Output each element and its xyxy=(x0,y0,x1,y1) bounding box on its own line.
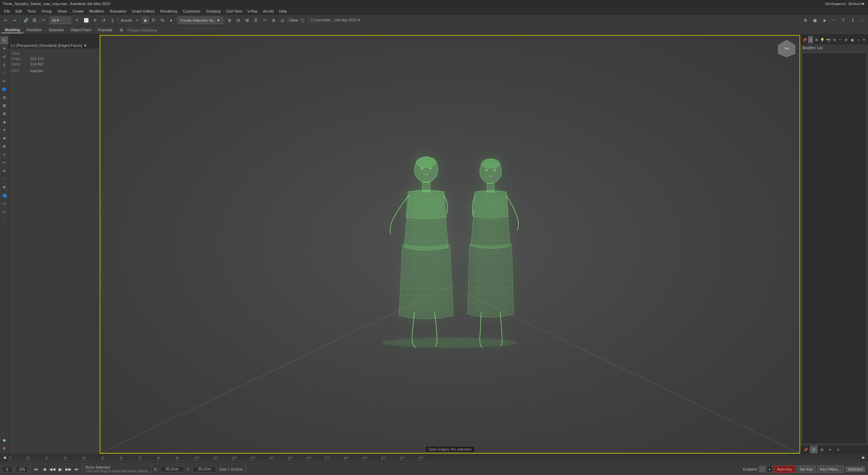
menu-tools[interactable]: Tools xyxy=(25,7,39,15)
create-selection-button[interactable]: Create Selection Se... ▼ xyxy=(178,17,223,24)
tool-1[interactable]: ⊞ xyxy=(225,16,234,25)
view-dropdown-btn[interactable]: View xyxy=(289,16,298,25)
close-button[interactable]: ✕ xyxy=(856,0,868,7)
tool-3[interactable]: ⊠ xyxy=(243,16,252,25)
lt-scale[interactable]: ⟠ xyxy=(1,61,8,69)
menu-modifiers[interactable]: Modifiers xyxy=(86,7,107,15)
next-frame-button[interactable]: ▶▶ xyxy=(65,466,72,473)
lt-select[interactable]: ↖ xyxy=(1,37,8,44)
helper-icon[interactable]: ⊕ xyxy=(832,36,837,43)
tool-7[interactable]: ◎ xyxy=(278,16,287,25)
menu-scripting[interactable]: Scripting xyxy=(203,7,223,15)
light-icon[interactable]: 💡 xyxy=(820,36,825,43)
arnold-icon-1[interactable]: ◆ xyxy=(142,17,149,24)
viewport-3d[interactable]: Top xyxy=(100,35,800,454)
menu-arnold[interactable]: Arnold xyxy=(260,7,277,15)
hierarchy-icon[interactable]: ☰ xyxy=(808,36,813,43)
tab-settings-icon[interactable]: ⚙ xyxy=(117,26,126,35)
list-bottom-icon[interactable]: ☰ xyxy=(810,446,817,453)
enabled-toggle[interactable] xyxy=(759,466,765,472)
unlink-button[interactable]: ⛓ xyxy=(30,16,39,25)
arnold-icon-4[interactable]: ♦ xyxy=(167,16,176,25)
tab-object-paint[interactable]: Object Paint xyxy=(67,27,95,33)
pin-bottom-icon[interactable]: 📌 xyxy=(802,446,809,453)
lt-hair[interactable]: ≋ xyxy=(1,167,8,174)
lt-bone[interactable]: ✦ xyxy=(1,126,8,134)
prev-frame-button[interactable]: ◀ xyxy=(40,466,48,473)
settings-icon[interactable]: ⚙ xyxy=(801,16,810,25)
set-key-button[interactable]: Set Key xyxy=(797,466,816,473)
go-to-start-button[interactable]: ⏮ xyxy=(32,466,40,473)
menu-help[interactable]: Help xyxy=(276,7,290,15)
lt-rotate[interactable]: ↺ xyxy=(1,53,8,60)
lt-crowd[interactable]: 👥 xyxy=(1,191,8,199)
cross-icon[interactable]: ✕ xyxy=(834,446,842,453)
nav-cube[interactable]: Top xyxy=(776,38,797,59)
menu-graph-editors[interactable]: Graph Editors xyxy=(129,7,158,15)
timeline-right-arrow[interactable]: ▶ xyxy=(859,454,868,461)
arnold-plus-button[interactable]: + xyxy=(133,16,142,25)
menu-edit[interactable]: Edit xyxy=(13,7,25,15)
lt-skin[interactable]: ★ xyxy=(1,134,8,142)
arnold-icon-2[interactable]: 3° xyxy=(149,16,158,25)
effects-icon[interactable]: ✦ xyxy=(861,36,867,43)
timeline-track[interactable]: 0 10 20 30 40 50 60 70 80 90 100 110 120 xyxy=(9,454,859,461)
bind-space-warp-button[interactable]: 〜 xyxy=(39,16,48,25)
lt-create[interactable]: □ xyxy=(1,69,8,77)
menu-group[interactable]: Group xyxy=(39,7,55,15)
menu-file[interactable]: File xyxy=(1,7,13,15)
menu-views[interactable]: Views xyxy=(55,7,70,15)
x-coord-input[interactable] xyxy=(160,466,184,472)
select-scale-button[interactable]: ⟠ xyxy=(108,16,117,25)
key-filters-button[interactable]: Key Filters... xyxy=(817,466,844,473)
timeline-left-arrow[interactable]: ◀ xyxy=(0,454,9,461)
lt-particles[interactable]: ∷ xyxy=(1,175,8,183)
lt-snap[interactable]: 🔵 xyxy=(1,86,8,93)
menu-animation[interactable]: Animation xyxy=(107,7,129,15)
record-button[interactable]: ● xyxy=(767,466,773,472)
lt-clone[interactable]: ◈ xyxy=(1,118,8,126)
lt-bottom-2[interactable]: ⊜ xyxy=(1,444,8,452)
link-button[interactable]: 🔗 xyxy=(21,16,30,25)
extra-1[interactable]: ○ xyxy=(858,16,867,25)
grid-bottom-icon[interactable]: ⊞ xyxy=(818,446,826,453)
camera-icon[interactable]: 📷 xyxy=(826,36,831,43)
lt-reactor[interactable]: ⚛ xyxy=(1,151,8,158)
pin-icon[interactable]: 📌 xyxy=(802,36,807,43)
environment-icon[interactable]: ○ xyxy=(855,36,861,43)
select-move-button[interactable]: ✛ xyxy=(91,16,99,25)
lt-bottom-1[interactable]: ◉ xyxy=(1,436,8,444)
system-icon[interactable]: ⚙ xyxy=(844,36,849,43)
spline-icon[interactable]: 〰 xyxy=(837,36,843,43)
tool-2[interactable]: ⊟ xyxy=(234,16,243,25)
menu-customize[interactable]: Customize xyxy=(180,7,203,15)
redo-button[interactable]: ↪ xyxy=(10,16,19,25)
tab-modeling[interactable]: Modeling xyxy=(1,27,23,33)
material-icon[interactable]: ◈ xyxy=(820,16,829,25)
tool-6[interactable]: ⊕ xyxy=(269,16,278,25)
maximize-button[interactable]: □ xyxy=(844,0,856,7)
play-forward-button[interactable]: ▶ xyxy=(57,466,64,473)
curve-editor-icon[interactable]: 〰 xyxy=(829,16,838,25)
menu-vray[interactable]: V-Ray xyxy=(245,7,260,15)
render-setup-icon[interactable]: ▣ xyxy=(849,36,855,43)
lt-wire[interactable]: ⊕ xyxy=(1,142,8,150)
tool-4[interactable]: ☰ xyxy=(252,16,260,25)
play-back-button[interactable]: ◀◀ xyxy=(48,466,56,473)
tab-freeform[interactable]: Freeform xyxy=(23,27,45,33)
frame-start-input[interactable] xyxy=(2,466,12,472)
minimize-button[interactable]: ─ xyxy=(831,0,844,7)
frame-end-input[interactable] xyxy=(16,466,28,472)
help-icon[interactable]: ? xyxy=(839,16,848,25)
fx-icon[interactable]: ✦ xyxy=(826,446,834,453)
lt-extra[interactable]: ⋮ xyxy=(1,216,8,223)
lt-mirror[interactable]: ⊠ xyxy=(1,102,8,109)
select-region-button[interactable]: ⬜ xyxy=(82,16,91,25)
menu-create[interactable]: Create xyxy=(70,7,86,15)
tool-5[interactable]: ✂ xyxy=(260,16,269,25)
viewport-dropdown-icon[interactable]: ▼ xyxy=(83,43,87,48)
render-icon[interactable]: ▣ xyxy=(810,16,819,25)
info-circle-icon[interactable]: ℹ xyxy=(848,16,857,25)
auto-key-button[interactable]: Auto Key xyxy=(774,466,795,473)
lt-cloth[interactable]: 〜 xyxy=(1,159,8,166)
